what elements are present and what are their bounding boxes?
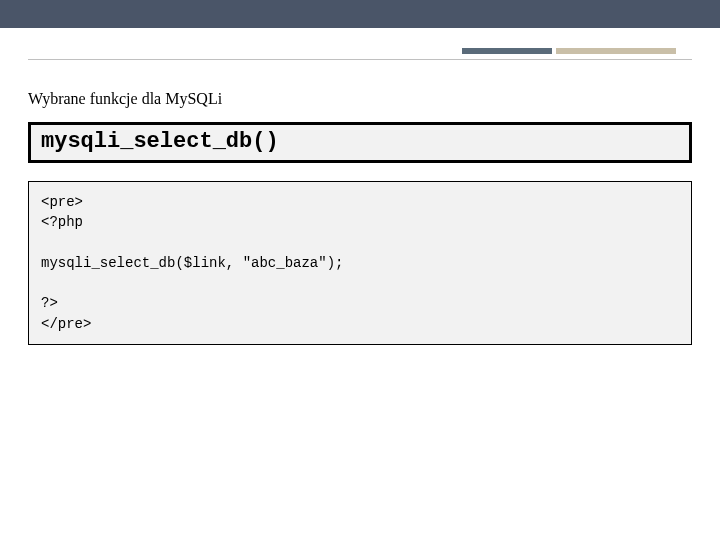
function-name: mysqli_select_db() (41, 129, 679, 154)
slide-content: Wybrane funkcje dla MySQLi mysqli_select… (28, 90, 692, 345)
section-title: Wybrane funkcje dla MySQLi (28, 90, 692, 108)
slide-top-bar (0, 0, 720, 28)
code-example-text: <pre> <?php mysqli_select_db($link, "abc… (41, 192, 679, 334)
accent-segment-light (556, 48, 676, 54)
function-name-box: mysqli_select_db() (28, 122, 692, 163)
accent-rule (462, 48, 692, 54)
divider-line (28, 59, 692, 60)
code-example-box: <pre> <?php mysqli_select_db($link, "abc… (28, 181, 692, 345)
accent-segment-dark (462, 48, 552, 54)
